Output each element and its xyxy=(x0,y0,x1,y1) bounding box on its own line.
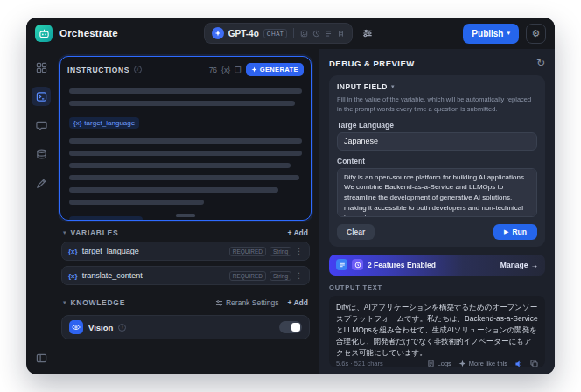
insert-variable-icon[interactable]: {x} xyxy=(221,66,230,74)
instructions-editor[interactable]: INSTRUCTIONS i 76 {x} ❐ GENERATE xyxy=(60,56,312,220)
instructions-title: INSTRUCTIONS xyxy=(67,66,130,74)
variable-name: target_language xyxy=(82,247,139,256)
model-mode-badge: CHAT xyxy=(263,29,288,38)
generate-button[interactable]: GENERATE xyxy=(246,63,304,76)
sidebar-item-datasets[interactable] xyxy=(32,144,51,164)
settings-button[interactable]: ⚙ xyxy=(526,24,546,44)
publish-label: Publish xyxy=(472,29,503,38)
model-selector[interactable]: GPT-4o CHAT xyxy=(204,23,354,44)
sidebar-item-apps[interactable] xyxy=(32,58,51,77)
generate-label: GENERATE xyxy=(260,66,298,74)
resize-handle[interactable] xyxy=(176,214,195,217)
run-label: Run xyxy=(512,228,527,236)
chevron-down-icon: ▾ xyxy=(63,229,66,236)
output-meta: 5.6s · 521 chars xyxy=(336,360,383,368)
model-capability-icon xyxy=(300,30,308,38)
manage-label: Manage xyxy=(500,261,528,270)
prompt-line xyxy=(69,150,302,156)
variable-icon: {x} xyxy=(68,248,78,256)
chevron-down-icon: ▾ xyxy=(391,83,395,90)
file-icon xyxy=(427,360,435,368)
prompt-line xyxy=(69,101,295,106)
more-like-this-button[interactable]: More like this xyxy=(458,360,508,368)
page-title: Orchestrate xyxy=(60,28,118,38)
required-badge: REQUIRED xyxy=(229,247,266,256)
model-parameters-icon[interactable] xyxy=(358,24,377,43)
copy-icon[interactable]: ❐ xyxy=(234,66,242,74)
type-badge: String xyxy=(270,247,291,256)
output-text: Difyは、AIアプリケーションを構築するためのオープンソースプラットフォームで… xyxy=(336,302,538,360)
sidebar-item-tools[interactable] xyxy=(32,173,51,192)
debug-preview-title: DEBUG & PREVIEW xyxy=(329,59,415,68)
manage-features-button[interactable]: Manage → xyxy=(500,261,538,270)
model-name: GPT-4o xyxy=(228,29,259,38)
feature-icon xyxy=(336,259,347,270)
variables-title: VARIABLES xyxy=(71,228,119,237)
variable-chip[interactable]: {x} translate_content xyxy=(69,216,143,220)
variable-row[interactable]: {x} target_language REQUIRED String ⋮ xyxy=(61,242,310,261)
rerank-settings-button[interactable]: Rerank Settings xyxy=(215,298,278,307)
sliders-icon xyxy=(215,299,223,307)
sidebar-item-orchestrate[interactable] xyxy=(32,87,51,106)
sparkle-icon xyxy=(251,66,257,73)
row-menu-icon[interactable]: ⋮ xyxy=(295,247,303,256)
collapse-sidebar-icon[interactable] xyxy=(32,348,51,368)
field-label: Targe Language xyxy=(337,121,537,130)
knowledge-section-header[interactable]: ▾ KNOWLEDGE Rerank Settings + Add xyxy=(60,290,312,312)
variable-row[interactable]: {x} translate_content REQUIRED String ⋮ xyxy=(61,266,310,285)
features-banner[interactable]: 2 Features Enabled Manage → xyxy=(329,255,545,276)
app-logo-icon[interactable] xyxy=(35,24,52,42)
output-card: Difyは、AIアプリケーションを構築するためのオープンソースプラットフォームで… xyxy=(329,296,545,368)
feature-icon xyxy=(352,259,363,270)
prompt-line xyxy=(69,175,299,180)
model-provider-icon xyxy=(212,27,224,39)
info-icon[interactable]: i xyxy=(118,324,126,332)
toggle-knob xyxy=(291,323,300,332)
copy-icon[interactable] xyxy=(530,360,538,368)
info-icon[interactable]: i xyxy=(134,66,142,74)
gear-icon: ⚙ xyxy=(532,28,541,39)
prompt-line xyxy=(69,163,290,168)
chevron-down-icon: ▾ xyxy=(63,299,66,306)
clear-button[interactable]: Clear xyxy=(337,224,374,240)
variable-chip-label: target_language xyxy=(84,119,135,127)
sidebar-rail xyxy=(26,49,56,374)
sparkle-icon xyxy=(458,360,466,368)
variables-section-header[interactable]: ▾ VARIABLES + Add xyxy=(60,220,312,242)
prompt-line xyxy=(69,187,278,192)
speaker-icon[interactable] xyxy=(514,360,523,368)
variable-icon: {x} xyxy=(68,272,78,280)
vision-toggle[interactable] xyxy=(279,321,302,333)
input-field-description: Fill in the value of the variable, which… xyxy=(337,95,537,115)
variable-icon: {x} xyxy=(74,218,81,220)
sidebar-item-logs[interactable] xyxy=(32,116,51,135)
debug-preview-panel: DEBUG & PREVIEW ↻ INPUT FIELD ▾ Fill in … xyxy=(318,49,555,374)
model-capability-icon xyxy=(312,30,320,38)
prompt-text-area[interactable]: {x} target_language {x} translate_conten… xyxy=(60,78,311,220)
restart-icon[interactable]: ↻ xyxy=(536,57,545,69)
variable-chip[interactable]: {x} target_language xyxy=(69,117,139,129)
row-menu-icon[interactable]: ⋮ xyxy=(295,271,303,280)
play-icon: ▶ xyxy=(504,228,508,235)
field-label: Content xyxy=(337,157,537,165)
add-knowledge-button[interactable]: + Add xyxy=(287,298,308,307)
input-field-card: INPUT FIELD ▾ Fill in the value of the v… xyxy=(329,75,545,247)
add-variable-button[interactable]: + Add xyxy=(287,228,308,237)
variable-icon: {x} xyxy=(74,119,81,127)
content-input[interactable]: Dify is an open-source platform for buil… xyxy=(337,168,537,217)
token-count: 76 xyxy=(209,66,217,74)
publish-button[interactable]: Publish ▾ xyxy=(463,24,519,44)
type-badge: String xyxy=(270,271,291,281)
rerank-settings-label: Rerank Settings xyxy=(226,298,278,307)
chevron-down-icon: ▾ xyxy=(507,30,510,37)
logs-button[interactable]: Logs xyxy=(427,360,452,368)
topbar: Orchestrate GPT-4o CHAT xyxy=(26,18,555,49)
input-field-header[interactable]: INPUT FIELD ▾ xyxy=(337,82,537,91)
vision-feature-card: Vision i xyxy=(61,315,310,340)
required-badge: REQUIRED xyxy=(229,271,266,281)
target-language-input[interactable] xyxy=(337,132,537,150)
divider xyxy=(293,28,294,38)
main-body: INSTRUCTIONS i 76 {x} ❐ GENERATE xyxy=(26,49,555,374)
vision-label: Vision xyxy=(88,323,113,332)
run-button[interactable]: ▶ Run xyxy=(494,224,537,240)
